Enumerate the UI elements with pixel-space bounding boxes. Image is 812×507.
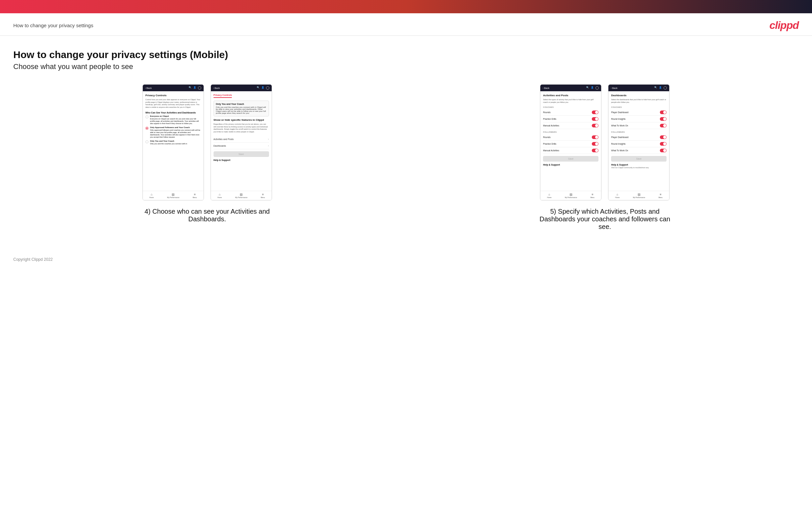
save-button-3[interactable]: Save <box>543 156 599 162</box>
activities-posts-title: Activities and Posts <box>543 94 599 97</box>
followers-what-to-work-row: What To Work On <box>611 147 666 154</box>
footer-home-4[interactable]: ⌂ Home <box>615 193 619 199</box>
followers-round-insights-toggle[interactable] <box>660 142 666 146</box>
footer-home-3[interactable]: ⌂ Home <box>547 193 551 199</box>
coaches-rounds-toggle[interactable] <box>592 111 599 114</box>
dashboards-title: Dashboards <box>611 94 666 97</box>
menu-lines-icon: ≡ <box>194 193 196 196</box>
option-only-you[interactable]: Only You and Your CoachOnly you and the … <box>146 140 201 145</box>
coaches-player-dashboard-row: Player Dashboard <box>611 109 666 116</box>
search-icon-2[interactable]: 🔍 <box>257 86 260 90</box>
screenshot-group-left: ‹ Back 🔍 👤 Privacy Controls Control how … <box>13 84 401 223</box>
dashboards-link[interactable]: Dashboards › <box>213 143 269 149</box>
page-title: How to change your privacy settings (Mob… <box>13 49 799 60</box>
mob-footer-3: ⌂ Home ▤ My Performance ≡ Menu <box>540 191 601 200</box>
search-icon-3[interactable]: 🔍 <box>586 86 589 90</box>
mob-footer-1: ⌂ Home ▤ My Performance ≡ Menu <box>143 191 204 200</box>
followers-practice-row: Practice Drills <box>543 141 599 147</box>
footer-performance-4[interactable]: ▤ My Performance <box>633 193 645 199</box>
coaches-round-insights-toggle[interactable] <box>660 117 666 121</box>
footer-menu-3[interactable]: ≡ Menu <box>591 193 595 199</box>
back-button-3[interactable]: ‹ Back <box>543 87 549 89</box>
mob-header-3: ‹ Back 🔍 👤 <box>540 84 601 91</box>
caption-5: 5) Specify which Activities, Posts and D… <box>535 208 674 231</box>
header-icons-2: 🔍 👤 <box>257 86 269 90</box>
save-button-4[interactable]: Save <box>611 156 666 162</box>
back-button-2[interactable]: ‹ Back <box>213 87 220 89</box>
option-everyone[interactable]: Everyone on ClippdEveryone on Clippd can… <box>146 115 201 125</box>
person-icon-2[interactable]: 👤 <box>261 86 264 90</box>
radio-everyone[interactable] <box>146 115 148 118</box>
mobile-screen-3: ‹ Back 🔍 👤 Activities and Posts Select t… <box>540 84 601 201</box>
coaches-player-dashboard-toggle[interactable] <box>660 111 666 114</box>
footer-performance-2[interactable]: ▤ My Performance <box>235 193 247 199</box>
radio-approved-followers[interactable] <box>146 127 148 130</box>
chart-icon-3: ▤ <box>569 193 572 196</box>
header-icons-4: 🔍 👤 <box>654 86 667 90</box>
back-button-4[interactable]: ‹ Back <box>611 87 617 89</box>
mob-body-1: Privacy Controls Control how you and you… <box>143 91 204 191</box>
home-icon-3: ⌂ <box>548 193 550 196</box>
footer-performance-3[interactable]: ▤ My Performance <box>565 193 577 199</box>
save-button-2[interactable]: Save <box>213 151 269 157</box>
menu-icon-3[interactable] <box>596 86 599 90</box>
followers-rounds-toggle[interactable] <box>592 135 599 139</box>
person-icon-4[interactable]: 👤 <box>659 86 662 90</box>
coaches-manual-row: Manual Activities <box>543 122 599 129</box>
mobile-screen-1: ‹ Back 🔍 👤 Privacy Controls Control how … <box>143 84 204 201</box>
privacy-card: Only You and Your Coach Only you and the… <box>213 101 269 116</box>
activities-posts-link[interactable]: Activities and Posts › <box>213 136 269 143</box>
option-approved-followers[interactable]: Only Approved Followers and Your CoachOn… <box>146 126 201 138</box>
coaches-what-to-work-toggle[interactable] <box>660 124 666 127</box>
show-hide-title: Show or hide specific features in Clippd <box>213 118 269 121</box>
radio-only-you[interactable] <box>146 140 148 143</box>
mob-body-3: Activities and Posts Select the types of… <box>540 91 601 191</box>
copyright: Copyright Clippd 2022 <box>0 250 812 269</box>
mob-body-4: Dashboards Select the dashboards that yo… <box>608 91 669 191</box>
footer-home-2[interactable]: ⌂ Home <box>217 193 222 199</box>
header-icons-3: 🔍 👤 <box>586 86 599 90</box>
followers-player-dashboard-toggle[interactable] <box>660 135 666 139</box>
coaches-practice-toggle[interactable] <box>592 117 599 121</box>
person-icon-3[interactable]: 👤 <box>591 86 594 90</box>
top-bar <box>0 0 812 13</box>
main-content: How to change your privacy settings (Mob… <box>0 36 812 250</box>
mob-header-4: ‹ Back 🔍 👤 <box>608 84 669 91</box>
footer-performance-1[interactable]: ▤ My Performance <box>167 193 179 199</box>
search-icon-4[interactable]: 🔍 <box>654 86 657 90</box>
footer-menu-2[interactable]: ≡ Menu <box>261 193 265 199</box>
footer-home-1[interactable]: ⌂ Home <box>149 193 154 199</box>
followers-rounds-row: Rounds <box>543 134 599 141</box>
followers-what-to-work-toggle[interactable] <box>660 149 666 152</box>
help-section-3: Help & Support <box>543 164 599 166</box>
mobile-screen-4: ‹ Back 🔍 👤 Dashboards Select the dashboa… <box>608 84 669 201</box>
followers-player-dashboard-row: Player Dashboard <box>611 134 666 141</box>
activities-posts-desc: Select the types of activity that you'd … <box>543 99 599 104</box>
followers-practice-toggle[interactable] <box>592 142 599 146</box>
footer-menu-1[interactable]: ≡ Menu <box>193 193 197 199</box>
privacy-controls-tab[interactable]: Privacy Controls <box>213 94 232 98</box>
back-button-1[interactable]: ‹ Back <box>145 87 152 89</box>
home-icon: ⌂ <box>151 193 152 196</box>
coaches-manual-toggle[interactable] <box>592 124 599 127</box>
mobile-screen-2: ‹ Back 🔍 👤 Privacy Controls Only You and… <box>211 84 272 201</box>
menu-lines-icon-2: ≡ <box>262 193 264 196</box>
search-icon[interactable]: 🔍 <box>189 86 192 90</box>
dashboards-desc: Select the dashboards that you'd like to… <box>611 99 666 104</box>
menu-icon-4[interactable] <box>664 86 667 90</box>
who-can-see-label: Who Can See Your Activities and Dashboar… <box>146 111 201 114</box>
screenshot-group-right: ‹ Back 🔍 👤 Activities and Posts Select t… <box>411 84 799 231</box>
screenshot-pair-right: ‹ Back 🔍 👤 Activities and Posts Select t… <box>540 84 669 201</box>
header: How to change your privacy settings clip… <box>0 13 812 36</box>
caption-4: 4) Choose who can see your Activities an… <box>138 208 277 223</box>
menu-icon[interactable] <box>198 86 201 90</box>
followers-round-insights-row: Round Insights <box>611 141 666 147</box>
menu-icon-2[interactable] <box>266 86 269 90</box>
home-icon-4: ⌂ <box>616 193 618 196</box>
followers-manual-toggle[interactable] <box>592 149 599 152</box>
followers-label-4: FOLLOWERS <box>611 131 666 133</box>
footer-menu-4[interactable]: ≡ Menu <box>659 193 663 199</box>
person-icon[interactable]: 👤 <box>193 86 196 90</box>
menu-lines-icon-4: ≡ <box>660 193 661 196</box>
logo: clippd <box>769 19 799 32</box>
